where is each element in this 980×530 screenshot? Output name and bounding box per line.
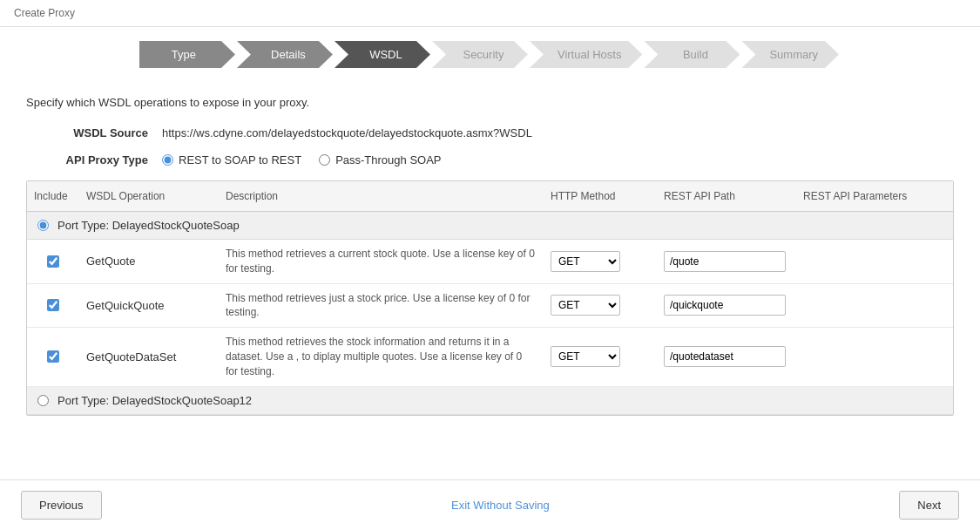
op-desc-3: This method retrieves the stock informat… — [219, 328, 544, 385]
header-include: Include — [27, 187, 79, 206]
step-build[interactable]: Build — [644, 41, 740, 68]
table-header: Include WSDL Operation Description HTTP … — [27, 181, 953, 212]
rest-path-input-1[interactable] — [664, 251, 786, 272]
include-cell — [27, 248, 79, 275]
table-row: GetQuickQuote This method retrieves just… — [27, 284, 953, 329]
step-security-label: Security — [463, 48, 504, 61]
table-row: GetQuoteDataSet This method retrieves th… — [27, 328, 953, 386]
wsdl-source-label: WSDL Source — [26, 126, 148, 139]
radio-pass-through-label: Pass-Through SOAP — [335, 153, 441, 166]
rest-params-cell-3 — [796, 350, 953, 364]
rest-path-cell-3[interactable] — [657, 339, 796, 374]
http-select-2[interactable]: GET POST PUT DELETE — [551, 295, 620, 316]
op-name-1: GetQuote — [79, 248, 219, 275]
header-rest-path: REST API Path — [657, 187, 796, 206]
wizard-steps: Type Details WSDL Security Virtual Hosts… — [0, 27, 980, 82]
op-desc-2: This method retrieves just a stock price… — [219, 284, 544, 328]
op-desc-1: This method retrieves a current stock qu… — [219, 240, 544, 283]
http-method-cell-3[interactable]: GET POST PUT DELETE — [544, 339, 657, 374]
rest-path-cell-1[interactable] — [657, 244, 796, 279]
radio-rest-to-soap-label: REST to SOAP to REST — [179, 153, 301, 166]
port-type-label-1: Port Type: DelayedStockQuoteSoap — [57, 219, 240, 232]
step-details-label: Details — [271, 48, 306, 61]
rest-params-cell-2 — [796, 298, 953, 312]
header-rest-params: REST API Parameters — [796, 187, 953, 206]
port-type-radio-1[interactable] — [37, 220, 49, 231]
http-select-3[interactable]: GET POST PUT DELETE — [551, 346, 620, 367]
op-name-3: GetQuoteDataSet — [79, 343, 219, 370]
app-title: Create Proxy — [0, 0, 980, 27]
step-build-label: Build — [683, 48, 708, 61]
port-type-radio-2[interactable] — [37, 395, 49, 406]
exit-button[interactable]: Exit Without Saving — [451, 499, 550, 512]
step-type-label: Type — [172, 48, 196, 61]
op-name-2: GetQuickQuote — [79, 292, 219, 319]
header-description: Description — [219, 187, 544, 206]
step-virtual-hosts-label: Virtual Hosts — [558, 48, 621, 61]
header-http-method: HTTP Method — [544, 187, 657, 206]
header-wsdl-op: WSDL Operation — [79, 187, 219, 206]
port-type-row-1[interactable]: Port Type: DelayedStockQuoteSoap — [27, 212, 953, 240]
rest-path-input-2[interactable] — [664, 295, 786, 316]
radio-pass-through[interactable]: Pass-Through SOAP — [319, 153, 441, 166]
rest-params-cell-1 — [796, 255, 953, 268]
include-cell — [27, 292, 79, 318]
rest-path-cell-2[interactable] — [657, 288, 796, 323]
step-summary-label: Summary — [769, 48, 818, 61]
port-type-row-2[interactable]: Port Type: DelayedStockQuoteSoap12 — [27, 387, 953, 415]
step-virtual-hosts[interactable]: Virtual Hosts — [530, 41, 642, 68]
include-checkbox-2[interactable] — [47, 299, 59, 311]
step-wsdl[interactable]: WSDL — [335, 41, 430, 68]
next-button[interactable]: Next — [899, 491, 959, 520]
include-checkbox-3[interactable] — [47, 350, 59, 363]
wsdl-source-value: https://ws.cdyne.com/delayedstockquote/d… — [162, 126, 532, 139]
radio-rest-to-soap[interactable]: REST to SOAP to REST — [162, 153, 301, 166]
step-details[interactable]: Details — [237, 41, 333, 68]
previous-button[interactable]: Previous — [21, 491, 102, 520]
step-summary[interactable]: Summary — [741, 41, 839, 68]
http-select-1[interactable]: GET POST PUT DELETE — [551, 251, 620, 272]
subtitle: Specify which WSDL operations to expose … — [26, 96, 954, 109]
step-type[interactable]: Type — [139, 41, 235, 68]
step-security[interactable]: Security — [432, 41, 528, 68]
operations-table: Include WSDL Operation Description HTTP … — [26, 180, 954, 416]
rest-path-input-3[interactable] — [664, 346, 786, 367]
step-wsdl-label: WSDL — [369, 48, 402, 61]
port-type-label-2: Port Type: DelayedStockQuoteSoap12 — [57, 394, 252, 407]
http-method-cell-1[interactable]: GET POST PUT DELETE — [544, 244, 657, 279]
include-checkbox-1[interactable] — [47, 255, 59, 268]
http-method-cell-2[interactable]: GET POST PUT DELETE — [544, 288, 657, 323]
include-cell — [27, 343, 79, 370]
footer: Previous Exit Without Saving Next — [0, 479, 980, 530]
api-proxy-type-label: API Proxy Type — [26, 153, 148, 166]
table-row: GetQuote This method retrieves a current… — [27, 240, 953, 284]
